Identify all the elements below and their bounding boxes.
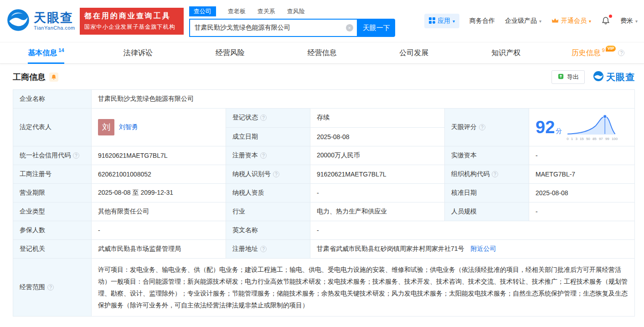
apps-grid-icon (429, 17, 435, 25)
tab-label: 经营信息 (308, 48, 337, 58)
reg-capital-label-cell: 注册资本? (226, 146, 310, 165)
business-cooperation-link[interactable]: 商务合作 (469, 17, 495, 25)
tab-label: 经营风险 (216, 48, 245, 58)
export-label: 导出 (567, 73, 579, 81)
tab-label: 历史信息 (572, 48, 601, 58)
score-label: 天眼评分 (451, 123, 477, 131)
chevron-down-icon: ▾ (635, 19, 638, 24)
score-distribution-chart: 0131550859799100 (567, 114, 618, 141)
help-icon[interactable]: ? (260, 152, 267, 159)
tab-company-development[interactable]: 公司发展 (368, 42, 460, 63)
help-icon[interactable]: ? (273, 171, 279, 177)
user-menu[interactable]: 费米 ▾ (620, 17, 638, 25)
credit-code-value: 91620621MAETG7BL7L (92, 146, 226, 165)
legal-rep-cell: 刘 刘智勇 (92, 109, 226, 146)
taxpayer-quality-value: - (310, 184, 445, 202)
watermark-logo: 天眼查 (593, 71, 635, 83)
insured-count-value: - (92, 221, 226, 240)
industry-value: 电力、热力生产和供应业 (310, 202, 445, 221)
chevron-down-icon: ▾ (453, 19, 455, 24)
industry-label: 行业 (226, 202, 310, 221)
business-term-value: 2025-08-08 至 2099-12-31 (92, 184, 226, 202)
legal-rep-avatar[interactable]: 刘 (98, 119, 114, 135)
reg-address-label: 注册地址 (232, 245, 258, 253)
help-icon[interactable]: ? (260, 114, 267, 121)
business-scope-value: 许可项目：发电业务、输电业务、供（配）电业务；建设工程施工；输电、供电、受电电力… (92, 259, 635, 317)
promo-banner: 都在用的商业查询工具 国家中小企业发展子基金旗下机构 (80, 8, 184, 35)
search-box[interactable]: × (189, 19, 358, 37)
tab-history-info[interactable]: 历史信息 9 VIP ? (552, 42, 644, 63)
taxpayer-id-label: 纳税人识别号 (232, 170, 271, 178)
reg-capital-value: 20000万人民币 (310, 146, 445, 165)
tab-legal-proceedings[interactable]: 法律诉讼 (92, 42, 184, 63)
brand-name: 天眼查 (34, 11, 75, 25)
section-title-wrap: 工商信息 (13, 72, 58, 83)
tab-intellectual-property[interactable]: 知识产权 (460, 42, 552, 63)
table-row: 企业名称 甘肃民勤沙戈荒绿色能源有限公司 (13, 90, 635, 109)
org-code-label-cell: 组织机构代码? (445, 165, 529, 184)
search-button[interactable]: 天眼一下 (358, 19, 395, 37)
help-icon[interactable]: ? (618, 50, 624, 56)
search-tab-company[interactable]: 查公司 (189, 6, 216, 16)
crown-icon (551, 17, 559, 25)
credit-code-label: 统一社会信用代码 (20, 151, 71, 160)
table-row: 法定代表人 刘 刘智勇 登记状态? 存续 天眼评分? 92分 (13, 109, 635, 128)
taxpayer-id-value: 91620621MAETG7BL7L (310, 165, 445, 184)
establish-date-label: 成立日期 (226, 127, 310, 146)
search-area: 查公司 查老板 查关系 查风险 × 天眼一下 (189, 0, 395, 37)
search-tab-relation[interactable]: 查关系 (258, 6, 275, 16)
help-icon[interactable]: ? (47, 284, 54, 291)
apps-menu[interactable]: 应用 ▾ (424, 14, 459, 28)
help-icon[interactable]: ? (479, 124, 485, 130)
reg-address-label-cell: 注册地址? (226, 240, 310, 259)
table-row: 营业期限 2025-08-08 至 2099-12-31 纳税人资质 - 核准日… (13, 184, 635, 202)
credit-code-label-cell: 统一社会信用代码? (13, 146, 92, 165)
table-row: 企业类型 其他有限责任公司 行业 电力、热力生产和供应业 人员规模 - (13, 202, 635, 221)
score-unit: 分 (556, 127, 562, 135)
table-row: 工商注册号 620621001008052 纳税人识别号? 91620621MA… (13, 165, 635, 184)
legal-rep-link[interactable]: 刘智勇 (119, 123, 138, 131)
reg-status-value: 存续 (310, 109, 445, 128)
export-button[interactable]: 导出 (551, 70, 585, 84)
reg-number-label: 工商注册号 (13, 165, 92, 184)
tab-label: 法律诉讼 (124, 48, 153, 58)
brand-domain: TianYanCha.com (34, 25, 75, 31)
vip-upgrade-menu[interactable]: 开通会员 ▾ (551, 17, 591, 25)
tab-basic-info[interactable]: 基本信息 14 (0, 42, 92, 63)
reg-status-label-cell: 登记状态? (226, 109, 310, 128)
promo-line1: 都在用的商业查询工具 (84, 11, 179, 21)
help-icon[interactable]: ? (492, 171, 498, 177)
score-number: 92 (536, 118, 555, 137)
english-name-label: 英文名称 (226, 221, 310, 240)
chevron-down-icon: ▾ (539, 19, 541, 24)
help-icon[interactable]: ? (73, 152, 79, 159)
establish-date-value: 2025-08-08 (310, 127, 445, 146)
company-nav-tabs: 基本信息 14 法律诉讼 经营风险 经营信息 公司发展 知识产权 历史信息 9 … (0, 42, 644, 64)
reg-number-value: 620621001008052 (92, 165, 226, 184)
table-row: 统一社会信用代码? 91620621MAETG7BL7L 注册资本? 20000… (13, 146, 635, 165)
company-type-value: 其他有限责任公司 (92, 202, 226, 221)
tianyancha-logo[interactable]: 天眼查 TianYanCha.com (6, 8, 75, 34)
search-tab-risk[interactable]: 查风险 (287, 6, 305, 16)
business-scope-label-cell: 经营范围? (13, 259, 92, 317)
subscribe-bell-button[interactable] (49, 73, 58, 82)
taxpayer-id-label-cell: 纳税人识别号? (226, 165, 310, 184)
nearby-companies-link[interactable]: 附近公司 (470, 245, 496, 252)
paid-capital-value: - (529, 146, 635, 165)
tab-operating-risk[interactable]: 经营风险 (184, 42, 276, 63)
reg-status-label: 登记状态 (232, 114, 258, 122)
company-name-value: 甘肃民勤沙戈荒绿色能源有限公司 (92, 90, 635, 109)
enterprise-products-menu[interactable]: 企业级产品 ▾ (505, 17, 541, 25)
tab-operating-info[interactable]: 经营信息 (276, 42, 368, 63)
search-input[interactable] (195, 24, 346, 31)
reg-address-cell: 甘肃省武威市民勤县红砂岗镇周家井村周家井社71号 附近公司 (310, 240, 635, 259)
clear-search-icon[interactable]: × (346, 24, 353, 31)
company-type-label: 企业类型 (13, 202, 92, 221)
watermark-text: 天眼查 (606, 71, 635, 83)
help-icon[interactable]: ? (260, 246, 267, 252)
tianyancha-logo-icon (6, 8, 30, 34)
reg-capital-label: 注册资本 (232, 151, 258, 160)
org-code-value: MAETG7BL-7 (529, 165, 635, 184)
search-tab-boss[interactable]: 查老板 (228, 6, 246, 16)
notifications-button[interactable] (601, 16, 610, 26)
